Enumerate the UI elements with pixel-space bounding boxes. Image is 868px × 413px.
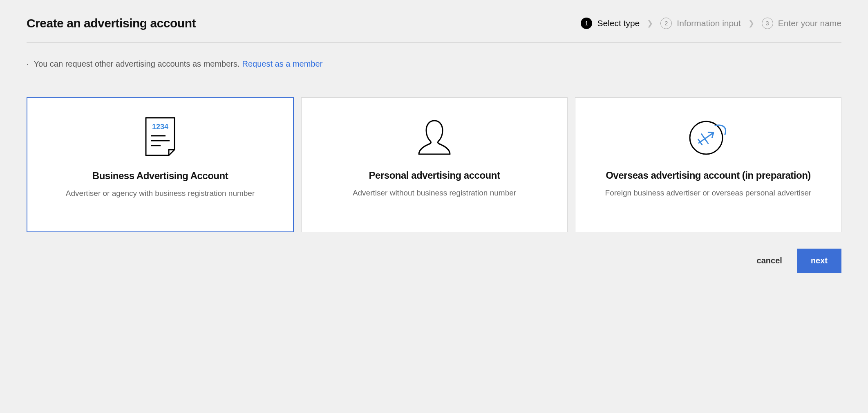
request-member-link[interactable]: Request as a member: [242, 59, 323, 69]
header-row: Create an advertising account 1 Select t…: [27, 16, 841, 43]
card-personal-desc: Advertiser without business registration…: [351, 187, 518, 199]
cancel-button[interactable]: cancel: [757, 256, 782, 265]
bullet-icon: ·: [27, 59, 29, 69]
step-3-number: 3: [762, 18, 773, 29]
footer-row: cancel next: [27, 249, 841, 273]
card-overseas-desc: Foreign business advertiser or overseas …: [604, 187, 813, 199]
step-1: 1 Select type: [581, 18, 640, 29]
card-business[interactable]: 1234 Business Advertising Account Advert…: [27, 97, 294, 232]
step-2-number: 2: [660, 18, 672, 29]
globe-plane-icon: [686, 116, 731, 157]
card-overseas[interactable]: Overseas advertising account (in prepara…: [575, 97, 841, 232]
page-title: Create an advertising account: [27, 16, 196, 30]
card-business-desc: Advertiser or agency with business regis…: [64, 188, 257, 200]
step-2: 2 Information input: [660, 18, 740, 29]
svg-text:1234: 1234: [152, 123, 168, 131]
person-silhouette-icon: [414, 116, 455, 157]
next-button[interactable]: next: [797, 249, 841, 273]
chevron-right-icon: ❯: [748, 19, 754, 28]
info-line: · You can request other advertising acco…: [27, 59, 841, 69]
card-overseas-title: Overseas advertising account (in prepara…: [602, 169, 815, 182]
chevron-right-icon: ❯: [647, 19, 653, 28]
document-1234-icon: 1234: [144, 116, 176, 157]
step-3-label: Enter your name: [778, 18, 841, 28]
info-text: You can request other advertising accoun…: [34, 59, 240, 69]
card-personal[interactable]: Personal advertising account Advertiser …: [301, 97, 568, 232]
step-2-label: Information input: [677, 18, 740, 28]
stepper: 1 Select type ❯ 2 Information input ❯ 3 …: [581, 18, 841, 29]
step-1-label: Select type: [597, 18, 640, 28]
card-business-title: Business Advertising Account: [88, 169, 232, 182]
cards-row: 1234 Business Advertising Account Advert…: [27, 97, 841, 232]
step-3: 3 Enter your name: [762, 18, 841, 29]
card-personal-title: Personal advertising account: [365, 169, 504, 182]
step-1-number: 1: [581, 18, 592, 29]
